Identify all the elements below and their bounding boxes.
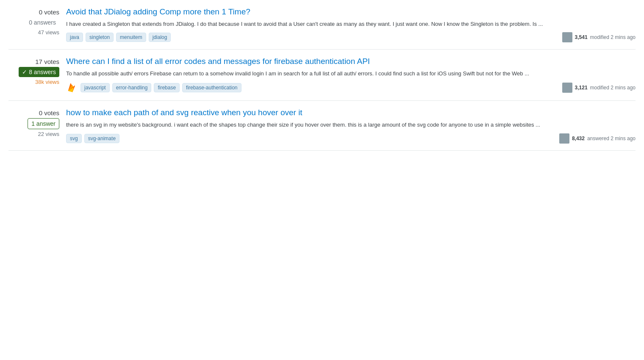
tags-and-meta: svgsvg-animate8,432answered 2 mins ago [66, 133, 636, 144]
tags-and-meta: javascripterror-handlingfirebasefirebase… [66, 82, 636, 94]
user-reputation: 8,432 [572, 136, 585, 141]
avatar [562, 32, 572, 42]
question-list: 0 votes0 answers47 viewsAvoid that JDial… [0, 0, 644, 151]
modified-time: modified 2 mins ago [590, 85, 636, 91]
view-count: 38k views [35, 79, 59, 85]
tag[interactable]: firebase [154, 83, 180, 92]
question-item: 17 votes✓ 8 answers38k viewsWhere can I … [8, 50, 636, 101]
tag[interactable]: singleton [86, 33, 114, 42]
tag-list: javascripterror-handlingfirebasefirebase… [80, 83, 242, 92]
user-reputation: 3,121 [575, 85, 588, 91]
user-reputation: 3,541 [575, 34, 588, 40]
question-title[interactable]: Avoid that JDialog adding Comp more then… [66, 7, 636, 17]
modified-time: answered 2 mins ago [587, 136, 636, 141]
answer-count: 1 answer [28, 118, 59, 129]
tag[interactable]: jdialog [149, 33, 171, 42]
answer-count: 0 answers [25, 17, 59, 28]
question-stats: 0 votes0 answers47 views [8, 7, 59, 36]
view-count: 47 views [38, 29, 59, 36]
tag[interactable]: svg [66, 134, 82, 143]
question-content: Where can I find a list of all error cod… [66, 56, 636, 94]
tag[interactable]: firebase-authentication [182, 83, 241, 92]
tags-and-meta: javasingletonmenuitemjdialog3,541modifie… [66, 32, 636, 42]
tag[interactable]: svg-animate [84, 134, 119, 143]
question-title[interactable]: how to make each path of and svg reactiv… [66, 108, 636, 118]
question-excerpt: there is an svg in my website's backgrou… [66, 121, 636, 129]
tag-list: javasingletonmenuitemjdialog [66, 33, 171, 42]
tags-row: javascripterror-handlingfirebasefirebase… [66, 82, 242, 94]
view-count: 22 views [38, 131, 59, 137]
meta-info: 3,541modified 2 mins ago [562, 32, 636, 42]
vote-count: 17 votes [35, 58, 59, 65]
vote-count: 0 votes [39, 8, 59, 16]
question-excerpt: I have created a Singleton that extends … [66, 20, 636, 28]
question-stats: 17 votes✓ 8 answers38k views [8, 56, 59, 85]
firebase-icon [66, 82, 78, 94]
tag[interactable]: menuitem [116, 33, 146, 42]
question-item: 0 votes0 answers47 viewsAvoid that JDial… [8, 0, 636, 50]
tag[interactable]: java [66, 33, 83, 42]
meta-info: 3,121modified 2 mins ago [562, 83, 636, 93]
tag-list: svgsvg-animate [66, 134, 119, 143]
avatar [559, 133, 569, 144]
avatar [562, 83, 572, 93]
question-content: Avoid that JDialog adding Comp more then… [66, 7, 636, 42]
question-excerpt: To handle all possible auth/ errors Fire… [66, 69, 636, 78]
tags-row: javasingletonmenuitemjdialog [66, 33, 171, 42]
tags-row: svgsvg-animate [66, 134, 119, 143]
answer-count: ✓ 8 answers [19, 67, 59, 77]
question-content: how to make each path of and svg reactiv… [66, 108, 636, 143]
modified-time: modified 2 mins ago [590, 34, 636, 40]
vote-count: 0 votes [39, 109, 59, 116]
question-stats: 0 votes1 answer22 views [8, 108, 59, 137]
question-item: 0 votes1 answer22 viewshow to make each … [8, 101, 636, 150]
tag[interactable]: javascript [80, 83, 110, 92]
question-title[interactable]: Where can I find a list of all error cod… [66, 56, 636, 67]
meta-info: 8,432answered 2 mins ago [559, 133, 636, 144]
tag[interactable]: error-handling [112, 83, 152, 92]
